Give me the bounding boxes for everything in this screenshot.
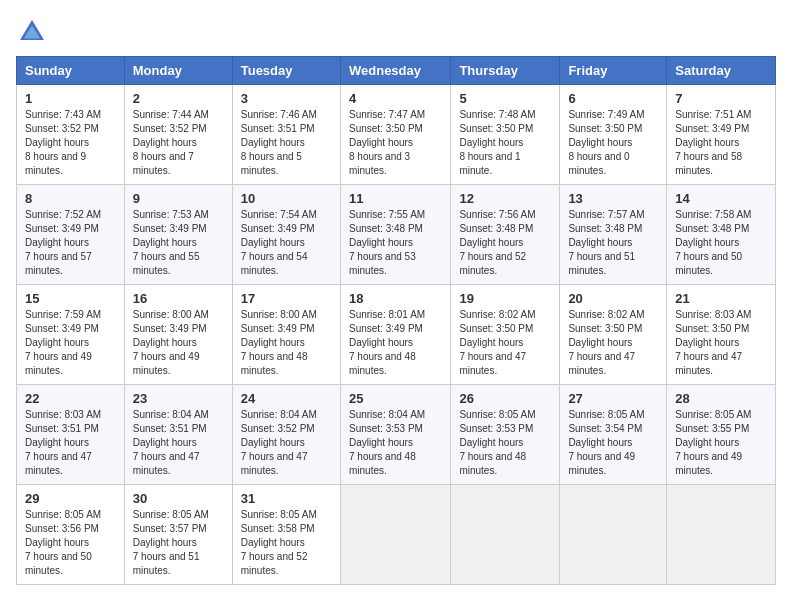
day-number: 3 <box>241 91 332 106</box>
day-info: Sunrise: 7:57 AMSunset: 3:48 PMDaylight … <box>568 208 658 278</box>
day-cell: 10Sunrise: 7:54 AMSunset: 3:49 PMDayligh… <box>232 185 340 285</box>
day-info: Sunrise: 8:04 AMSunset: 3:51 PMDaylight … <box>133 408 224 478</box>
day-number: 10 <box>241 191 332 206</box>
day-cell: 3Sunrise: 7:46 AMSunset: 3:51 PMDaylight… <box>232 85 340 185</box>
day-cell: 26Sunrise: 8:05 AMSunset: 3:53 PMDayligh… <box>451 385 560 485</box>
day-number: 25 <box>349 391 442 406</box>
day-info: Sunrise: 8:05 AMSunset: 3:58 PMDaylight … <box>241 508 332 578</box>
day-cell: 25Sunrise: 8:04 AMSunset: 3:53 PMDayligh… <box>340 385 450 485</box>
day-cell <box>340 485 450 585</box>
day-cell: 20Sunrise: 8:02 AMSunset: 3:50 PMDayligh… <box>560 285 667 385</box>
day-info: Sunrise: 8:05 AMSunset: 3:57 PMDaylight … <box>133 508 224 578</box>
week-row-3: 15Sunrise: 7:59 AMSunset: 3:49 PMDayligh… <box>17 285 776 385</box>
day-info: Sunrise: 7:46 AMSunset: 3:51 PMDaylight … <box>241 108 332 178</box>
day-number: 18 <box>349 291 442 306</box>
day-number: 23 <box>133 391 224 406</box>
day-number: 2 <box>133 91 224 106</box>
day-number: 20 <box>568 291 658 306</box>
logo-icon <box>16 16 48 48</box>
day-cell: 15Sunrise: 7:59 AMSunset: 3:49 PMDayligh… <box>17 285 125 385</box>
day-cell: 13Sunrise: 7:57 AMSunset: 3:48 PMDayligh… <box>560 185 667 285</box>
day-info: Sunrise: 7:55 AMSunset: 3:48 PMDaylight … <box>349 208 442 278</box>
day-number: 8 <box>25 191 116 206</box>
header <box>16 16 776 48</box>
day-cell: 5Sunrise: 7:48 AMSunset: 3:50 PMDaylight… <box>451 85 560 185</box>
day-info: Sunrise: 7:47 AMSunset: 3:50 PMDaylight … <box>349 108 442 178</box>
day-cell: 18Sunrise: 8:01 AMSunset: 3:49 PMDayligh… <box>340 285 450 385</box>
day-cell <box>667 485 776 585</box>
day-number: 28 <box>675 391 767 406</box>
day-number: 15 <box>25 291 116 306</box>
day-number: 29 <box>25 491 116 506</box>
day-info: Sunrise: 8:00 AMSunset: 3:49 PMDaylight … <box>241 308 332 378</box>
day-number: 11 <box>349 191 442 206</box>
day-cell: 23Sunrise: 8:04 AMSunset: 3:51 PMDayligh… <box>124 385 232 485</box>
week-row-5: 29Sunrise: 8:05 AMSunset: 3:56 PMDayligh… <box>17 485 776 585</box>
day-info: Sunrise: 8:04 AMSunset: 3:52 PMDaylight … <box>241 408 332 478</box>
day-info: Sunrise: 8:01 AMSunset: 3:49 PMDaylight … <box>349 308 442 378</box>
day-cell: 2Sunrise: 7:44 AMSunset: 3:52 PMDaylight… <box>124 85 232 185</box>
day-number: 21 <box>675 291 767 306</box>
day-number: 7 <box>675 91 767 106</box>
day-info: Sunrise: 7:52 AMSunset: 3:49 PMDaylight … <box>25 208 116 278</box>
day-header-sunday: Sunday <box>17 57 125 85</box>
day-cell: 7Sunrise: 7:51 AMSunset: 3:49 PMDaylight… <box>667 85 776 185</box>
week-row-4: 22Sunrise: 8:03 AMSunset: 3:51 PMDayligh… <box>17 385 776 485</box>
day-info: Sunrise: 8:00 AMSunset: 3:49 PMDaylight … <box>133 308 224 378</box>
week-row-2: 8Sunrise: 7:52 AMSunset: 3:49 PMDaylight… <box>17 185 776 285</box>
day-cell: 12Sunrise: 7:56 AMSunset: 3:48 PMDayligh… <box>451 185 560 285</box>
day-number: 22 <box>25 391 116 406</box>
day-cell: 29Sunrise: 8:05 AMSunset: 3:56 PMDayligh… <box>17 485 125 585</box>
day-cell <box>451 485 560 585</box>
day-cell: 1Sunrise: 7:43 AMSunset: 3:52 PMDaylight… <box>17 85 125 185</box>
day-cell: 30Sunrise: 8:05 AMSunset: 3:57 PMDayligh… <box>124 485 232 585</box>
calendar-table: SundayMondayTuesdayWednesdayThursdayFrid… <box>16 56 776 585</box>
day-cell: 16Sunrise: 8:00 AMSunset: 3:49 PMDayligh… <box>124 285 232 385</box>
header-row: SundayMondayTuesdayWednesdayThursdayFrid… <box>17 57 776 85</box>
day-cell: 11Sunrise: 7:55 AMSunset: 3:48 PMDayligh… <box>340 185 450 285</box>
logo <box>16 16 52 48</box>
day-header-saturday: Saturday <box>667 57 776 85</box>
day-info: Sunrise: 7:54 AMSunset: 3:49 PMDaylight … <box>241 208 332 278</box>
day-cell: 24Sunrise: 8:04 AMSunset: 3:52 PMDayligh… <box>232 385 340 485</box>
day-number: 14 <box>675 191 767 206</box>
day-header-friday: Friday <box>560 57 667 85</box>
day-cell: 8Sunrise: 7:52 AMSunset: 3:49 PMDaylight… <box>17 185 125 285</box>
day-cell: 28Sunrise: 8:05 AMSunset: 3:55 PMDayligh… <box>667 385 776 485</box>
day-cell: 9Sunrise: 7:53 AMSunset: 3:49 PMDaylight… <box>124 185 232 285</box>
day-number: 27 <box>568 391 658 406</box>
day-header-thursday: Thursday <box>451 57 560 85</box>
day-info: Sunrise: 7:51 AMSunset: 3:49 PMDaylight … <box>675 108 767 178</box>
day-header-monday: Monday <box>124 57 232 85</box>
day-info: Sunrise: 8:05 AMSunset: 3:54 PMDaylight … <box>568 408 658 478</box>
day-number: 9 <box>133 191 224 206</box>
day-cell: 4Sunrise: 7:47 AMSunset: 3:50 PMDaylight… <box>340 85 450 185</box>
day-info: Sunrise: 8:05 AMSunset: 3:56 PMDaylight … <box>25 508 116 578</box>
day-info: Sunrise: 7:58 AMSunset: 3:48 PMDaylight … <box>675 208 767 278</box>
day-info: Sunrise: 8:02 AMSunset: 3:50 PMDaylight … <box>568 308 658 378</box>
day-info: Sunrise: 8:04 AMSunset: 3:53 PMDaylight … <box>349 408 442 478</box>
day-cell: 21Sunrise: 8:03 AMSunset: 3:50 PMDayligh… <box>667 285 776 385</box>
day-info: Sunrise: 7:43 AMSunset: 3:52 PMDaylight … <box>25 108 116 178</box>
week-row-1: 1Sunrise: 7:43 AMSunset: 3:52 PMDaylight… <box>17 85 776 185</box>
day-number: 1 <box>25 91 116 106</box>
day-info: Sunrise: 8:03 AMSunset: 3:51 PMDaylight … <box>25 408 116 478</box>
day-number: 31 <box>241 491 332 506</box>
day-header-tuesday: Tuesday <box>232 57 340 85</box>
day-cell: 22Sunrise: 8:03 AMSunset: 3:51 PMDayligh… <box>17 385 125 485</box>
day-info: Sunrise: 7:44 AMSunset: 3:52 PMDaylight … <box>133 108 224 178</box>
day-number: 24 <box>241 391 332 406</box>
day-cell <box>560 485 667 585</box>
day-number: 12 <box>459 191 551 206</box>
day-cell: 6Sunrise: 7:49 AMSunset: 3:50 PMDaylight… <box>560 85 667 185</box>
day-number: 30 <box>133 491 224 506</box>
day-info: Sunrise: 8:02 AMSunset: 3:50 PMDaylight … <box>459 308 551 378</box>
day-cell: 19Sunrise: 8:02 AMSunset: 3:50 PMDayligh… <box>451 285 560 385</box>
day-number: 16 <box>133 291 224 306</box>
day-header-wednesday: Wednesday <box>340 57 450 85</box>
day-number: 26 <box>459 391 551 406</box>
day-info: Sunrise: 7:48 AMSunset: 3:50 PMDaylight … <box>459 108 551 178</box>
day-cell: 14Sunrise: 7:58 AMSunset: 3:48 PMDayligh… <box>667 185 776 285</box>
day-info: Sunrise: 7:53 AMSunset: 3:49 PMDaylight … <box>133 208 224 278</box>
day-info: Sunrise: 8:05 AMSunset: 3:55 PMDaylight … <box>675 408 767 478</box>
